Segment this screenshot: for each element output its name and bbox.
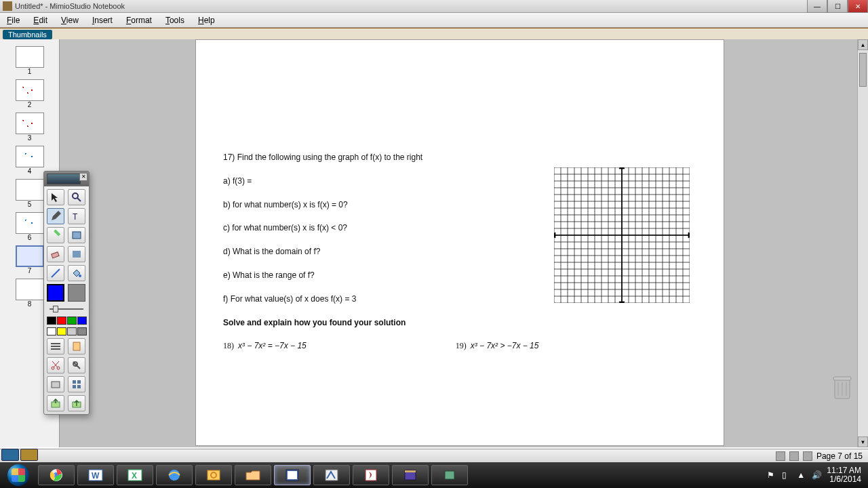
menu-view[interactable]: View: [54, 14, 85, 26]
thumbnail-6[interactable]: [16, 212, 44, 234]
color-swatch[interactable]: [57, 327, 66, 336]
color-swatch[interactable]: [47, 317, 56, 325]
grid-view-button[interactable]: [1, 449, 19, 461]
thumbnail-3[interactable]: [16, 113, 44, 134]
scroll-down-icon[interactable]: ▼: [858, 436, 868, 447]
text-tool[interactable]: T: [68, 208, 85, 224]
thumbnail-8[interactable]: [16, 279, 44, 300]
status-icon-3[interactable]: [803, 451, 812, 461]
gallery-icon[interactable]: [47, 376, 64, 392]
bucket-tool[interactable]: [68, 265, 85, 281]
maximize-button[interactable]: ☐: [827, 0, 848, 13]
pointer-tool[interactable]: [47, 189, 64, 205]
color-swatch[interactable]: [77, 327, 87, 336]
canvas-area[interactable]: 17) Find the following using the graph o…: [60, 39, 868, 447]
equation-row: 18) x³ − 7x² = −7x − 15 19) x³ − 7x² > −…: [223, 340, 696, 352]
excel-icon[interactable]: X: [117, 465, 153, 485]
q19: 19) x³ − 7x² > −7x − 15: [456, 340, 539, 352]
word-icon[interactable]: W: [77, 465, 114, 485]
thumbnails-panel-label[interactable]: Thumbnails: [3, 30, 52, 39]
grid-icon[interactable]: [47, 338, 64, 354]
close-button[interactable]: ✕: [848, 0, 868, 13]
scroll-thumb[interactable]: [859, 53, 867, 87]
start-button[interactable]: [0, 462, 37, 488]
shape-tool[interactable]: [68, 227, 85, 243]
adobe-reader-icon[interactable]: [353, 465, 389, 485]
book-icon[interactable]: [392, 465, 429, 485]
color-swatch[interactable]: [67, 327, 77, 336]
color-swatch[interactable]: [77, 317, 87, 325]
svg-rect-63: [51, 343, 60, 344]
menu-file[interactable]: File: [0, 14, 26, 26]
thumbnail-1[interactable]: [16, 46, 44, 68]
line-tool[interactable]: [47, 265, 64, 281]
system-tray: ⚑ ▯ ▲ 🔊 11:17 AM 1/6/2014: [767, 466, 868, 484]
svg-rect-49: [833, 377, 851, 380]
volume-icon[interactable]: 🔊: [812, 470, 821, 480]
minimize-button[interactable]: —: [807, 0, 827, 13]
color-swatch[interactable]: [47, 327, 56, 336]
zoom-tool[interactable]: [68, 189, 85, 205]
color-swatch[interactable]: [67, 317, 77, 325]
smart-notebook-icon[interactable]: [313, 465, 350, 485]
status-icon-1[interactable]: [776, 451, 785, 461]
thumbnail-7[interactable]: [16, 245, 44, 267]
thumbnail-4[interactable]: [16, 146, 44, 167]
menu-edit[interactable]: Edit: [26, 14, 54, 26]
pen-tool[interactable]: [47, 208, 64, 224]
device-icon[interactable]: [431, 465, 468, 485]
tools-palette[interactable]: ✕ T: [43, 171, 90, 415]
insert-object-icon[interactable]: [47, 395, 64, 411]
wifi-icon[interactable]: ▲: [797, 470, 806, 480]
menu-help[interactable]: Help: [191, 14, 222, 26]
graph-grid: [554, 167, 690, 303]
mimio-notebook-icon[interactable]: [274, 465, 311, 485]
thumbnail-5[interactable]: [16, 179, 44, 201]
stroke-width-slider[interactable]: [47, 304, 86, 314]
clock[interactable]: 11:17 AM 1/6/2014: [827, 466, 861, 484]
menu-insert[interactable]: Insert: [85, 14, 119, 26]
svg-line-54: [77, 198, 81, 201]
svg-rect-73: [73, 385, 76, 388]
svg-rect-57: [73, 232, 81, 239]
export-icon[interactable]: [68, 395, 85, 411]
menu-tools[interactable]: Tools: [159, 14, 191, 26]
vertical-scrollbar[interactable]: ▲ ▼: [857, 39, 868, 447]
scroll-up-icon[interactable]: ▲: [858, 39, 868, 50]
tools-icon[interactable]: [68, 357, 85, 373]
background-color[interactable]: [68, 284, 85, 302]
trash-icon[interactable]: [830, 373, 854, 400]
menu-format[interactable]: Format: [119, 14, 159, 26]
svg-rect-58: [52, 252, 59, 258]
fill-shape-tool[interactable]: [68, 246, 85, 262]
workspace: 12345678 17) Find the following using th…: [0, 39, 868, 447]
svg-rect-92: [445, 471, 454, 479]
toolbox-close-icon[interactable]: ✕: [79, 173, 87, 181]
app-icon: [3, 1, 12, 11]
solve-header: Solve and explain how you found your sol…: [223, 317, 696, 329]
foreground-color[interactable]: [47, 284, 64, 302]
thumbnail-2[interactable]: [16, 79, 44, 101]
ie-icon[interactable]: [156, 465, 193, 485]
explorer-icon[interactable]: [235, 465, 271, 485]
thumbnail-number: 2: [0, 101, 59, 108]
page[interactable]: 17) Find the following using the graph o…: [195, 39, 724, 446]
scissors-icon[interactable]: [47, 357, 64, 373]
svg-text:W: W: [92, 471, 100, 481]
outlook-icon[interactable]: [195, 465, 232, 485]
network-icon[interactable]: ▯: [782, 470, 791, 480]
highlighter-tool[interactable]: [47, 227, 64, 243]
status-icon-2[interactable]: [789, 451, 799, 461]
chrome-icon[interactable]: [38, 465, 75, 485]
single-view-button[interactable]: [20, 449, 38, 461]
svg-point-61: [79, 274, 81, 277]
flag-icon[interactable]: ⚑: [767, 470, 776, 480]
thumbnail-number: 1: [0, 68, 59, 75]
color-swatch[interactable]: [57, 317, 66, 325]
q17-intro: 17) Find the following using the graph o…: [223, 152, 696, 163]
toolbox-header[interactable]: ✕: [44, 171, 89, 186]
clock-date: 1/6/2014: [827, 475, 861, 484]
paste-icon[interactable]: [68, 338, 85, 354]
eraser-tool[interactable]: [47, 246, 64, 262]
apps-icon[interactable]: [68, 376, 85, 392]
